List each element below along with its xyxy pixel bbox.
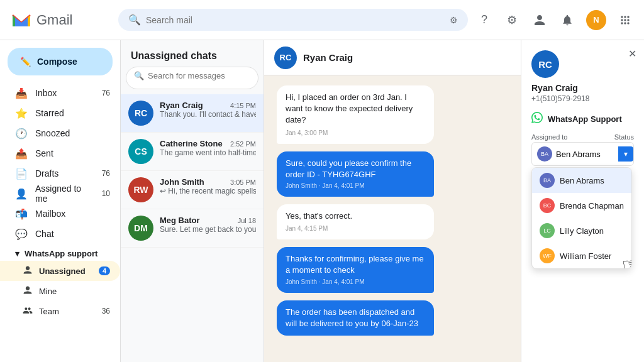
starred-icon: ⭐ bbox=[15, 107, 28, 119]
sidebar-item-sent[interactable]: 📤 Sent bbox=[0, 143, 120, 163]
chat-item-time: Jul 18 bbox=[238, 217, 256, 224]
search-icon: 🔍 bbox=[128, 14, 141, 26]
message-2: Sure, could you please confirm the order… bbox=[277, 151, 508, 197]
sidebar-item-label: Drafts bbox=[35, 168, 58, 178]
sidebar-item-chat[interactable]: 💬 Chat bbox=[0, 224, 120, 244]
notification-icon[interactable] bbox=[558, 11, 576, 29]
chat-item-body: John Smith 3:05 PM ↩ Hi, the recent magi… bbox=[160, 177, 256, 195]
search-bar[interactable]: 🔍 ⚙ bbox=[118, 9, 468, 31]
sidebar-item-label: Starred bbox=[35, 108, 64, 118]
expand-icon: ▾ bbox=[15, 249, 19, 258]
sidebar-item-inbox[interactable]: 📥 Inbox 76 bbox=[0, 83, 120, 103]
rp-contact-phone: +1(510)579-2918 bbox=[531, 94, 634, 103]
sidebar-item-label: Chat bbox=[35, 229, 54, 239]
selected-agent-avatar: BA bbox=[537, 146, 552, 162]
agent-avatar-lc: LC bbox=[540, 223, 555, 238]
chat-item-john-smith[interactable]: RW John Smith 3:05 PM ↩ Hi, the recent m… bbox=[121, 171, 264, 209]
sidebar-item-drafts[interactable]: 📄 Drafts 76 bbox=[0, 163, 120, 184]
sidebar-item-team[interactable]: Team 36 bbox=[0, 301, 120, 321]
dropdown-arrow[interactable]: ▾ bbox=[618, 146, 633, 162]
chat-list-header: Unassigned chats bbox=[121, 40, 264, 67]
message-5: The order has been dispatched and will b… bbox=[277, 300, 508, 336]
chat-item-body: Ryan Craig 4:15 PM Thank you. I'll conta… bbox=[160, 101, 256, 119]
conversation-header: RC Ryan Craig bbox=[264, 40, 521, 75]
drafts-icon: 📄 bbox=[15, 168, 28, 180]
inbox-icon: 📥 bbox=[15, 87, 28, 99]
sidebar-item-mailbox[interactable]: 📬 Mailbox bbox=[0, 204, 120, 224]
chat-search-bar[interactable]: 🔍 bbox=[126, 67, 258, 89]
close-button[interactable]: ✕ bbox=[628, 48, 636, 60]
conv-contact-name: Ryan Craig bbox=[303, 52, 353, 63]
chat-item-name: Catherine Stone bbox=[160, 139, 223, 148]
avatar-cs: CS bbox=[128, 139, 153, 164]
agent-avatar-ba: BA bbox=[540, 173, 555, 188]
sidebar-item-unassigned[interactable]: Unassigned 4 bbox=[0, 261, 120, 281]
msg-bubble-received: Hi, I placed an order on 3rd Jan. I want… bbox=[277, 85, 434, 144]
selected-agent-name: Ben Abrams bbox=[556, 150, 601, 159]
sidebar-item-assigned[interactable]: 👤 Assigned to me 10 bbox=[0, 184, 120, 204]
chat-item-name: John Smith bbox=[160, 177, 204, 187]
msg-time: Jan 4, 4:15 PM bbox=[286, 224, 425, 233]
sidebar-item-label: Assigned to me bbox=[35, 184, 94, 204]
msg-bubble-received: Yes, that's correct. Jan 4, 4:15 PM bbox=[277, 204, 434, 239]
mailbox-icon: 📬 bbox=[15, 208, 28, 220]
filter-icon[interactable]: ⚙ bbox=[450, 15, 458, 25]
sidebar-item-label: Inbox bbox=[35, 88, 57, 98]
main-layout: ✏️ Compose 📥 Inbox 76 ⭐ Starred 🕐 Snooze… bbox=[0, 40, 644, 362]
agent-name: Lilly Clayton bbox=[560, 226, 604, 236]
chat-item-name: Ryan Craig bbox=[160, 101, 203, 110]
mine-person-icon bbox=[23, 285, 33, 297]
gmail-m-icon bbox=[10, 9, 33, 31]
agent-name: William Foster bbox=[560, 251, 611, 261]
app-title: Gmail bbox=[36, 12, 72, 28]
msg-bubble-sent: Sure, could you please confirm the order… bbox=[277, 151, 434, 197]
whatsapp-section: ▾ WhatsApp support Unassigned 4 Mine bbox=[0, 244, 120, 321]
sidebar-item-mine[interactable]: Mine bbox=[0, 281, 120, 301]
sidebar-item-starred[interactable]: ⭐ Starred bbox=[0, 103, 120, 123]
chat-item-meg-bator[interactable]: DM Meg Bator Jul 18 Sure. Let me get bac… bbox=[121, 209, 264, 248]
account-icon[interactable] bbox=[531, 11, 548, 29]
assigned-icon: 👤 bbox=[15, 188, 28, 200]
agent-option-lilly-clayton[interactable]: LC Lilly Clayton bbox=[532, 218, 631, 243]
sidebar-item-snoozed[interactable]: 🕐 Snoozed bbox=[0, 123, 120, 143]
drafts-count: 76 bbox=[102, 169, 110, 178]
rp-section-header: WhatsApp Support bbox=[531, 112, 634, 126]
chat-search-input[interactable] bbox=[148, 71, 253, 80]
chat-item-time: 2:52 PM bbox=[230, 140, 256, 148]
assigned-count: 10 bbox=[102, 189, 110, 198]
assigned-to-label: Assigned to bbox=[531, 133, 567, 141]
rp-contact-avatar: RC bbox=[531, 50, 559, 78]
agent-option-william-foster[interactable]: WF William Foster bbox=[532, 243, 631, 268]
chat-item-ryan-craig[interactable]: RC Ryan Craig 4:15 PM Thank you. I'll co… bbox=[121, 94, 264, 133]
whatsapp-section-header[interactable]: ▾ WhatsApp support bbox=[0, 244, 120, 261]
chat-item-catherine-stone[interactable]: CS Catherine Stone 2:52 PM The game went… bbox=[121, 133, 264, 171]
status-label: Status bbox=[614, 133, 634, 141]
search-input[interactable] bbox=[146, 15, 445, 25]
settings-icon[interactable]: ⚙ bbox=[503, 11, 521, 29]
help-icon[interactable]: ? bbox=[475, 11, 493, 29]
mine-label: Mine bbox=[39, 287, 57, 296]
unassigned-badge: 4 bbox=[99, 266, 110, 275]
agent-option-brenda-chapman[interactable]: BC Brenda Chapman bbox=[532, 193, 631, 218]
sidebar-item-label: Snoozed bbox=[35, 128, 70, 138]
compose-button[interactable]: ✏️ Compose bbox=[8, 48, 113, 75]
team-count: 36 bbox=[102, 307, 110, 315]
conversation-messages: Hi, I placed an order on 3rd Jan. I want… bbox=[264, 75, 521, 362]
agent-avatar-wf: WF bbox=[540, 248, 555, 263]
agent-dropdown-selected[interactable]: BA Ben Abrams ▾ bbox=[531, 142, 634, 166]
chat-item-preview: Sure. Let me get back to you with... bbox=[160, 225, 256, 234]
team-label: Team bbox=[39, 307, 59, 316]
right-panel: ✕ RC Ryan Craig +1(510)579-2918 WhatsApp… bbox=[521, 40, 644, 362]
sidebar: ✏️ Compose 📥 Inbox 76 ⭐ Starred 🕐 Snooze… bbox=[0, 40, 121, 362]
chat-list-title: Unassigned chats bbox=[131, 50, 217, 61]
user-avatar[interactable]: N bbox=[586, 10, 606, 30]
whatsapp-icon bbox=[531, 112, 543, 126]
apps-icon[interactable] bbox=[616, 11, 634, 29]
message-1: Hi, I placed an order on 3rd Jan. I want… bbox=[277, 85, 508, 144]
unassigned-label: Unassigned bbox=[39, 266, 86, 276]
rp-contact-name: Ryan Craig bbox=[531, 83, 634, 93]
avatar-dm: DM bbox=[128, 216, 153, 241]
agent-option-ben-abrams[interactable]: BA Ben Abrams bbox=[532, 168, 631, 193]
agent-avatar-bc: BC bbox=[540, 198, 555, 213]
chat-item-time: 4:15 PM bbox=[230, 102, 256, 109]
